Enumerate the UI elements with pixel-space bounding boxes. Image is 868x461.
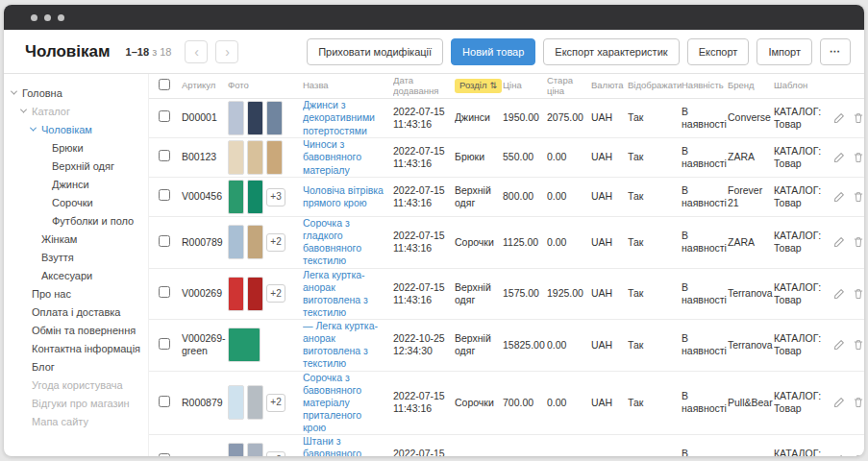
row-checkbox[interactable] [159,338,170,350]
export-button[interactable]: Експорт [687,38,750,65]
product-name-link[interactable]: Чиноси з бавовняного матеріалу [303,138,387,176]
row-checkbox[interactable] [159,110,170,122]
more-photos-badge[interactable]: +2 [266,284,285,303]
product-name-link[interactable]: Чоловіча вітрівка прямого крою [303,184,387,209]
edit-icon[interactable] [833,112,845,124]
delete-icon[interactable] [853,339,864,351]
time-value: 11:43:16 [393,158,449,170]
edit-icon[interactable] [833,339,845,351]
edit-icon[interactable] [833,191,845,203]
sidebar-item[interactable]: Головна [4,84,148,102]
delete-icon[interactable] [853,236,864,248]
column-header-old-price[interactable]: Стара ціна [547,76,591,96]
cell-date-added: 2022-07-15 11:43:16 [393,230,455,255]
column-header-currency[interactable]: Валюта [591,81,628,90]
more-actions-button[interactable]: ⋯ [820,38,851,65]
sidebar-item[interactable]: Брюки [4,138,148,157]
next-page-button[interactable]: › [215,40,238,63]
column-header-date-added[interactable]: Дата додавання [393,76,455,96]
delete-icon[interactable] [853,454,864,456]
more-photos-badge[interactable]: +2 [266,233,285,252]
product-thumbnail [228,385,244,420]
sidebar-item[interactable]: Верхній одяг [4,157,148,175]
new-product-button[interactable]: Новий товар [451,38,535,65]
select-all-checkbox[interactable] [159,79,170,90]
sidebar-item[interactable]: Жінкам [4,230,148,248]
window-control-icon[interactable] [58,14,64,21]
window-control-icon[interactable] [31,14,37,21]
sort-icon[interactable]: ⇅ [489,82,497,91]
edit-icon[interactable] [833,454,845,456]
column-header-price[interactable]: Ціна [503,81,547,90]
column-header-name[interactable]: Назва [303,81,393,90]
sidebar-item[interactable]: Обмін та повернення [4,321,148,339]
delete-icon[interactable] [853,191,864,203]
column-header-availability[interactable]: Наявність [682,81,728,90]
product-thumbnail [247,225,263,259]
date-value: 2022-07-15 [393,106,449,118]
export-characteristics-button[interactable]: Експорт характеристик [543,38,679,65]
sidebar-item[interactable]: Відгуки про магазин [4,394,148,412]
date-value: 2022-07-15 [393,448,449,456]
delete-icon[interactable] [853,397,864,408]
more-photos-badge[interactable]: +2 [266,451,285,456]
sidebar-item[interactable]: Контактна інформація [4,339,148,357]
window-control-icon[interactable] [44,14,51,21]
delete-icon[interactable] [853,288,864,300]
cell-price: 725.00 [503,454,547,456]
row-checkbox[interactable] [159,150,170,161]
product-name-link[interactable]: Штани з бавовняного матеріалу прямого кр… [303,435,387,456]
row-checkbox[interactable] [159,286,170,298]
import-button[interactable]: Імпорт [756,38,812,65]
product-name-link[interactable]: Джинси з декоративними потертостями [303,99,387,136]
sidebar-item[interactable]: Каталог [4,102,148,120]
sidebar-item[interactable]: Футболки и поло [4,211,148,230]
sidebar-item[interactable]: Взуття [4,248,148,266]
column-header-photo[interactable]: Фото [228,81,303,90]
sidebar-item[interactable]: Про нас [4,284,148,303]
cell-display: Так [628,397,682,409]
more-photos-badge[interactable]: +2 [266,394,285,412]
delete-icon[interactable] [853,112,864,124]
date-value: 2022-07-15 [393,390,449,402]
sidebar-item[interactable]: Чоловікам [4,120,148,138]
cell-display: Так [628,339,682,352]
cell-currency: UAH [591,287,628,300]
edit-icon[interactable] [833,288,845,300]
product-name-link[interactable]: Сорочка з бавовняного матеріалу притален… [303,372,387,435]
chevron-down-icon [30,125,37,132]
edit-icon[interactable] [833,236,845,248]
row-checkbox[interactable] [159,453,170,456]
column-header-display[interactable]: Відображати [628,81,682,90]
sidebar-item-label: Аксесуари [41,270,92,281]
row-checkbox[interactable] [159,396,170,407]
edit-icon[interactable] [833,152,845,163]
more-photos-badge[interactable]: +3 [266,188,285,206]
column-header-article[interactable]: Артикул [182,81,228,90]
product-name-link[interactable]: — Легка куртка-анорак виготовлена з текс… [303,320,387,371]
column-header-template[interactable]: Шаблон [774,81,830,90]
delete-icon[interactable] [853,152,864,163]
chevron-down-icon [11,88,17,95]
product-name-link[interactable]: Сорочка з гладкого бавовняного текстилю [303,217,387,268]
sidebar-item[interactable]: Сорочки [4,193,148,211]
sidebar-item[interactable]: Блог [4,357,148,376]
sidebar-item[interactable]: Угода користувача [4,376,148,394]
edit-icon[interactable] [833,397,845,408]
column-header-brand[interactable]: Бренд [728,81,774,90]
column-header-section[interactable]: Розділ ⇅ [455,79,503,92]
prev-page-button[interactable]: ‹ [185,40,208,63]
sidebar-item[interactable]: Мапа сайту [4,412,148,430]
sidebar-item[interactable]: Оплата і доставка [4,303,148,321]
pagination-label: 1–18 з 18 [126,46,172,58]
product-name-link[interactable]: Легка куртка-анорак виготовлена з тексти… [303,269,387,320]
sidebar-item[interactable]: Джинси [4,175,148,193]
chevron-right-icon: › [225,44,230,60]
cell-brand: Terranova [728,287,774,300]
row-checkbox[interactable] [159,189,170,201]
row-checkbox[interactable] [159,235,170,247]
cell-section: Джинси [455,111,503,124]
cell-price: 700.00 [503,397,547,409]
hide-modifications-button[interactable]: Приховати модифікації [307,38,443,65]
sidebar-item[interactable]: Аксесуари [4,266,148,284]
